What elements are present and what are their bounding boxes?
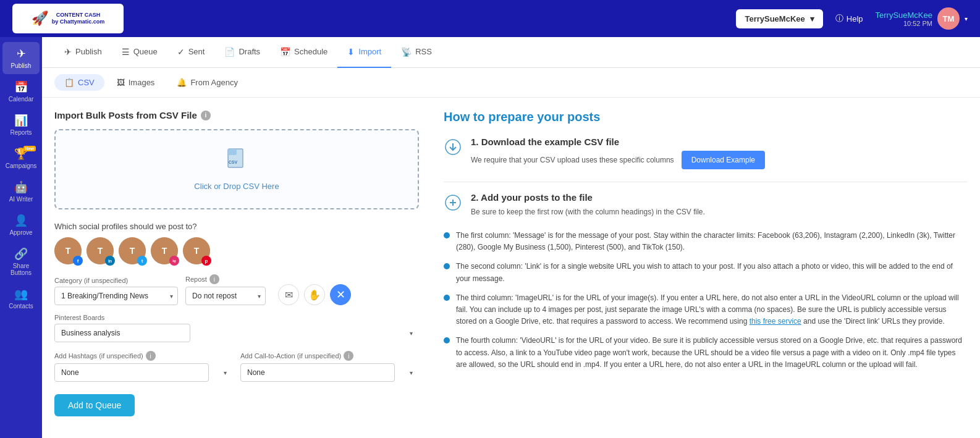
hand-action-icon[interactable]: ✋ xyxy=(304,284,325,305)
sidebar-item-reports-label: Reports xyxy=(10,129,32,136)
account-selector[interactable]: TerrySueMcKee ▾ xyxy=(736,9,822,28)
step-2-content: 2. Add your posts to the file Be sure to… xyxy=(471,192,968,217)
user-chevron-icon[interactable]: ▾ xyxy=(965,15,968,22)
svg-text:CSV: CSV xyxy=(229,160,238,164)
sidebar-item-reports[interactable]: 📊 Reports xyxy=(2,109,40,141)
tab-import[interactable]: ⬇ Import xyxy=(337,37,391,68)
sub-tab-from-agency[interactable]: 🔔 From Agency xyxy=(167,74,248,91)
sub-tab-images-label: Images xyxy=(129,78,155,87)
repost-label: Repost i xyxy=(185,274,266,284)
help-icon: ⓘ xyxy=(835,13,843,24)
download-example-button[interactable]: Download Example xyxy=(682,151,765,169)
sub-tab-images[interactable]: 🖼 Images xyxy=(107,74,165,91)
sidebar-item-approve[interactable]: 👤 Approve xyxy=(2,209,40,241)
sub-tab-csv[interactable]: 📋 CSV xyxy=(54,74,104,91)
sub-tab-from-agency-label: From Agency xyxy=(190,78,238,87)
close-action-icon[interactable]: ✕ xyxy=(330,284,351,305)
step-1-content: 1. Download the example CSV file We requ… xyxy=(471,137,968,169)
tab-import-label: Import xyxy=(358,47,381,56)
profile-avatar-1[interactable]: T f xyxy=(54,237,82,264)
repost-select[interactable]: Do not repost xyxy=(185,287,266,305)
bullet-item-4: The fourth column: 'VideoURL' is for the… xyxy=(444,335,968,371)
step-1-block: 1. Download the example CSV file We requ… xyxy=(444,137,968,169)
sidebar-item-contacts[interactable]: 👥 Contacts xyxy=(2,282,40,314)
user-name-link[interactable]: TerrySueMcKee xyxy=(876,11,932,20)
profile-avatar-4[interactable]: T ig xyxy=(151,237,178,264)
tab-publish[interactable]: ✈ Publish xyxy=(54,37,112,68)
tab-drafts[interactable]: 📄 Drafts xyxy=(214,37,270,68)
section-title: Import Bulk Posts from CSV File i xyxy=(54,110,419,120)
new-badge: New xyxy=(23,146,36,151)
csv-drop-zone[interactable]: CSV Click or Drop CSV Here xyxy=(54,129,419,209)
instagram-badge: ig xyxy=(169,256,179,266)
category-select-wrapper: 1 Breaking/Trending News xyxy=(54,287,178,305)
header-right: TerrySueMcKee ▾ ⓘ Help TerrySueMcKee 10:… xyxy=(736,7,968,30)
cta-info-icon[interactable]: i xyxy=(344,351,353,361)
email-action-icon[interactable]: ✉ xyxy=(278,284,299,305)
logo-area: 🚀 CONTENT CASHby Chattymatic.com xyxy=(12,4,124,33)
calendar-icon: 📅 xyxy=(14,80,28,94)
help-button[interactable]: ⓘ Help xyxy=(835,13,863,24)
action-icons: ✉ ✋ ✕ xyxy=(278,284,351,305)
bullet-item-3: The third column: 'ImageURL' is for the … xyxy=(444,292,968,328)
bullet-text-1: The first column: 'Message' is for the m… xyxy=(456,230,968,253)
publish-tab-icon: ✈ xyxy=(64,47,72,57)
category-label: Category (if unspecified) xyxy=(54,277,178,284)
left-panel: Import Bulk Posts from CSV File i CSV Cl… xyxy=(54,110,437,416)
add-step-icon xyxy=(444,193,462,212)
sidebar-item-contacts-label: Contacts xyxy=(9,303,33,310)
add-to-queue-button[interactable]: Add to Queue xyxy=(54,394,135,416)
sidebar-item-share-label: Share Buttons xyxy=(5,263,37,276)
tab-schedule[interactable]: 📅 Schedule xyxy=(270,37,337,68)
logo-text: CONTENT CASHby Chattymatic.com xyxy=(52,12,105,25)
repost-select-wrapper: Do not repost xyxy=(185,287,266,305)
tab-queue-label: Queue xyxy=(133,47,158,56)
main-layout: ✈ Publish 📅 Calendar 📊 Reports 🏆 Campaig… xyxy=(0,37,980,438)
profile-avatar-3[interactable]: T t xyxy=(119,237,146,264)
content-area: ✈ Publish ☰ Queue ✓ Sent 📄 Drafts 📅 Sche… xyxy=(42,37,980,438)
sidebar: ✈ Publish 📅 Calendar 📊 Reports 🏆 Campaig… xyxy=(0,37,42,438)
repost-info-icon[interactable]: i xyxy=(209,274,219,284)
schedule-tab-icon: 📅 xyxy=(280,47,290,57)
bullet-dot-2 xyxy=(444,263,450,269)
step-2-block: 2. Add your posts to the file Be sure to… xyxy=(444,192,968,217)
sidebar-item-calendar[interactable]: 📅 Calendar xyxy=(2,75,40,107)
category-select[interactable]: 1 Breaking/Trending News xyxy=(54,287,178,305)
bullet-item-2: The second column: 'Link' is for a singl… xyxy=(444,261,968,284)
pinterest-boards-select[interactable]: Business analysis xyxy=(54,324,190,342)
csv-file-icon: CSV xyxy=(224,148,249,178)
bullet-list: The first column: 'Message' is for the m… xyxy=(444,230,968,371)
profiles-label: Which social profiles should we post to? xyxy=(54,222,419,231)
step-1-title: 1. Download the example CSV file xyxy=(471,137,968,147)
logo: 🚀 CONTENT CASHby Chattymatic.com xyxy=(12,4,124,33)
sidebar-item-publish-label: Publish xyxy=(11,62,32,69)
tab-drafts-label: Drafts xyxy=(239,47,260,56)
step-2-desc: Be sure to keep the first row (with the … xyxy=(471,206,968,217)
sidebar-item-ai-writer[interactable]: 🤖 AI Writer xyxy=(2,175,40,208)
hashtags-info-icon[interactable]: i xyxy=(146,351,156,361)
hashtags-cta-row: Add Hashtags (if unspecified) i None Add… xyxy=(54,351,419,382)
sidebar-item-campaigns-label: Campaigns xyxy=(6,162,37,169)
sidebar-item-share-buttons[interactable]: 🔗 Share Buttons xyxy=(2,242,40,281)
contacts-icon: 👥 xyxy=(14,287,28,301)
csv-tab-icon: 📋 xyxy=(64,78,74,87)
linkedin-badge: in xyxy=(105,256,115,266)
profile-avatar-5[interactable]: T p xyxy=(183,237,210,264)
category-group: Category (if unspecified) 1 Breaking/Tre… xyxy=(54,277,178,305)
tab-sent[interactable]: ✓ Sent xyxy=(167,37,215,68)
free-service-link[interactable]: this free service xyxy=(750,317,801,326)
tab-queue[interactable]: ☰ Queue xyxy=(112,37,167,68)
tab-rss-label: RSS xyxy=(415,47,432,56)
user-time: 10:52 PM xyxy=(876,20,932,27)
hashtags-label: Add Hashtags (if unspecified) i xyxy=(54,351,233,361)
top-header: 🚀 CONTENT CASHby Chattymatic.com TerrySu… xyxy=(0,0,980,37)
sidebar-item-publish[interactable]: ✈ Publish xyxy=(2,42,40,74)
repost-group: Repost i Do not repost xyxy=(185,274,266,305)
reports-icon: 📊 xyxy=(14,114,28,127)
section-info-icon[interactable]: i xyxy=(201,111,211,120)
sidebar-item-campaigns[interactable]: 🏆 Campaigns New xyxy=(2,142,40,174)
tab-rss[interactable]: 📡 RSS xyxy=(391,37,442,68)
hashtags-select[interactable]: None xyxy=(54,363,209,382)
cta-select[interactable]: None xyxy=(240,363,395,382)
profile-avatar-2[interactable]: T in xyxy=(87,237,114,264)
